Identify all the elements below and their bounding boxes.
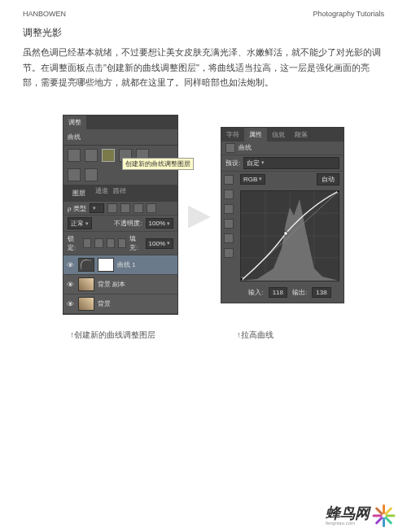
input-label: 输入: — [248, 288, 263, 297]
tab-properties[interactable]: 属性 — [244, 128, 267, 142]
layer-name: 曲线 1 — [117, 260, 136, 269]
preset-dropdown[interactable]: 自定 — [243, 157, 339, 169]
blend-mode-dropdown[interactable]: 正常 — [68, 217, 92, 229]
tab-paragraph[interactable]: 段落 — [290, 128, 313, 142]
tab-info[interactable]: 信息 — [267, 128, 290, 142]
mask-thumb-icon — [98, 258, 114, 272]
layer-name: 背景 — [98, 299, 111, 308]
layers-tabs: 图层 通道 路径 — [63, 185, 177, 202]
curves-icon — [225, 143, 235, 153]
lock-icon-1[interactable] — [83, 238, 91, 248]
opacity-value[interactable]: 100% — [146, 218, 173, 229]
brand-right: Photography Tutorials — [313, 10, 384, 18]
filter-icon-3[interactable] — [133, 203, 143, 213]
site-logo: 蜂鸟网 fengniao.com — [326, 503, 396, 525]
section-body: 虽然色调已经基本就绪，不过要想让美女皮肤充满光泽、水嫩鲜活，就不能少了对光影的调… — [23, 45, 384, 90]
tool-black-eyedrop-icon[interactable] — [224, 219, 234, 229]
type-label: ρ 类型 — [68, 204, 86, 213]
type-dropdown[interactable] — [90, 203, 104, 213]
svg-rect-9 — [337, 191, 339, 193]
lock-icon-4[interactable] — [118, 238, 126, 248]
auto-button[interactable]: 自动 — [317, 173, 339, 185]
tab-paths[interactable]: 路径 — [113, 186, 126, 200]
layer-row-bg[interactable]: 👁 背景 — [63, 294, 177, 314]
opacity-label: 不透明度: — [114, 219, 142, 228]
filter-icon-4[interactable] — [147, 203, 156, 213]
caption-left: ↑创建新的曲线调整图层 — [70, 329, 155, 341]
section-title: 调整光影 — [23, 26, 384, 40]
lock-label: 锁定: — [68, 234, 80, 252]
lock-icon-2[interactable] — [94, 238, 103, 248]
arrow-icon: ▶ — [188, 198, 211, 232]
tool-gray-eyedrop-icon[interactable] — [224, 233, 234, 243]
visibility-icon[interactable]: 👁 — [67, 300, 75, 308]
adjust-icon-levels[interactable] — [85, 149, 98, 162]
tool-draw-icon[interactable] — [224, 190, 234, 199]
adjustments-panel: 调整 曲线 创建新的曲线调整图层 图层 通道 路径 ρ 类型 — [63, 115, 178, 315]
tab-char[interactable]: 字符 — [221, 128, 244, 142]
svg-rect-8 — [241, 277, 243, 281]
output-label: 输出: — [292, 288, 307, 297]
tab-layers[interactable]: 图层 — [68, 186, 90, 200]
filter-icon-2[interactable] — [120, 203, 130, 213]
channel-dropdown[interactable]: RGB — [240, 174, 265, 185]
logo-burst-icon — [373, 503, 396, 525]
curve-label: 曲线 — [239, 143, 252, 152]
curves-graph[interactable] — [240, 190, 339, 281]
filter-icon-1[interactable] — [107, 203, 117, 213]
fill-value[interactable]: 100% — [146, 238, 173, 249]
tool-smooth-icon[interactable] — [224, 204, 234, 214]
adjust-icon-curves[interactable] — [102, 149, 115, 162]
layer-row-bgcopy[interactable]: 👁 背景 副本 — [63, 275, 177, 294]
brand-left: HANBOWEN — [23, 10, 66, 18]
properties-panel: 字符 属性 信息 段落 曲线 预设: 自定 — [221, 127, 344, 303]
layer-row-curves1[interactable]: 👁 曲线 1 — [63, 255, 177, 275]
preset-label: 预设: — [225, 159, 240, 168]
curves-thumb-icon — [78, 258, 94, 272]
layer-thumb-icon — [78, 277, 94, 291]
input-value[interactable]: 118 — [269, 287, 287, 298]
visibility-icon[interactable]: 👁 — [67, 281, 75, 289]
fill-label: 填充: — [129, 234, 142, 252]
adjust-icon-bw[interactable] — [85, 168, 98, 181]
tab-channels[interactable]: 通道 — [95, 186, 108, 200]
layer-thumb-icon — [78, 297, 94, 311]
lock-icon-3[interactable] — [107, 238, 115, 248]
tool-point-icon[interactable] — [224, 175, 234, 185]
tool-white-eyedrop-icon[interactable] — [224, 248, 234, 258]
output-value[interactable]: 138 — [312, 287, 330, 298]
adjust-icon-hue[interactable] — [68, 168, 81, 181]
tab-adjust[interactable]: 调整 — [63, 116, 86, 129]
visibility-icon[interactable]: 👁 — [67, 261, 75, 269]
caption-right: ↑拉高曲线 — [237, 329, 274, 341]
layer-name: 背景 副本 — [98, 280, 125, 289]
curves-tooltip: 创建新的曲线调整图层 — [122, 158, 194, 170]
adjust-icon-brightness[interactable] — [68, 149, 81, 162]
svg-rect-7 — [284, 232, 287, 235]
curve-sub-label: 曲线 — [63, 129, 177, 146]
logo-text: 蜂鸟网 — [326, 505, 370, 521]
